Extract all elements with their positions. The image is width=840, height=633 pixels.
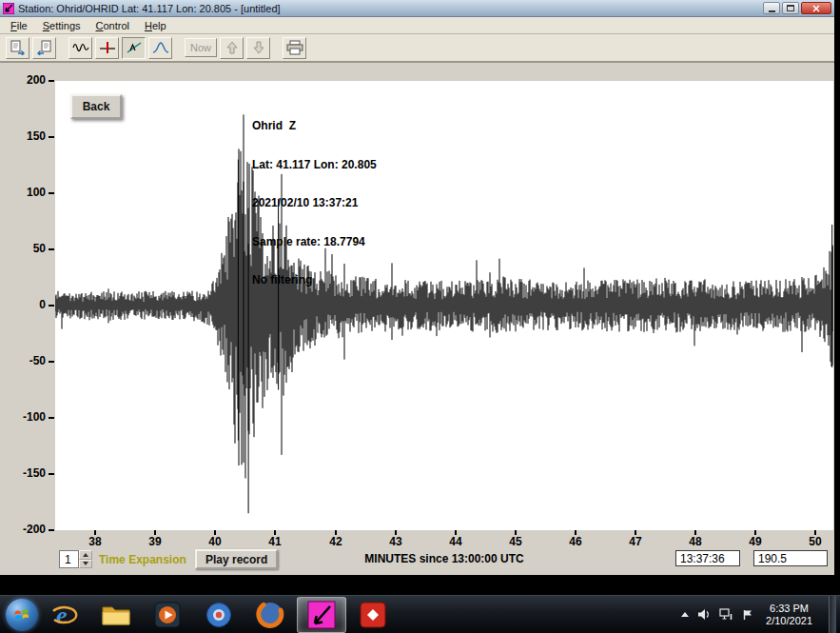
menu-help[interactable]: Help bbox=[137, 18, 174, 33]
menu-control[interactable]: Control bbox=[88, 18, 137, 33]
svg-text:e: e bbox=[56, 602, 68, 629]
taskbar-ie-button[interactable]: e bbox=[40, 597, 89, 633]
scroll-up-button[interactable] bbox=[220, 37, 244, 59]
play-record-button[interactable]: Play record bbox=[195, 549, 278, 569]
app-window: Station: Ohrid/OHRID Lat: 41.117 Lon: 20… bbox=[0, 0, 834, 575]
media-player-icon bbox=[154, 602, 181, 628]
now-button[interactable]: Now bbox=[185, 38, 217, 57]
spinner-down-button[interactable] bbox=[79, 560, 92, 569]
close-button[interactable] bbox=[801, 2, 831, 14]
y-axis-label: 0 bbox=[10, 298, 46, 311]
export-icon bbox=[10, 40, 26, 55]
taskbar-red-app-button[interactable] bbox=[348, 597, 398, 633]
clock-time: 6:33 PM bbox=[766, 603, 812, 615]
x-axis-tick bbox=[274, 530, 276, 535]
desktop: Station: Ohrid/OHRID Lat: 41.117 Lon: 20… bbox=[0, 0, 840, 633]
disc-icon bbox=[205, 602, 232, 628]
seismograph-app-icon bbox=[307, 601, 336, 629]
spinner-up-button[interactable] bbox=[79, 550, 92, 560]
x-axis-label: 43 bbox=[381, 535, 410, 548]
minimize-button[interactable] bbox=[763, 2, 780, 14]
firefox-icon bbox=[256, 601, 284, 629]
tray-expand-button[interactable] bbox=[681, 612, 689, 617]
waveform-view-button[interactable] bbox=[68, 37, 92, 59]
y-axis-label: 200 bbox=[10, 73, 46, 87]
scroll-down-button[interactable] bbox=[246, 37, 270, 59]
x-axis-tick bbox=[814, 530, 816, 535]
x-axis-label: 45 bbox=[501, 535, 530, 548]
flag-icon bbox=[742, 609, 753, 621]
x-axis-tick bbox=[455, 530, 457, 535]
y-axis-label: -50 bbox=[10, 354, 46, 367]
taskbar-active-app-button[interactable] bbox=[297, 597, 346, 633]
y-axis-tick bbox=[49, 192, 54, 194]
menu-bar: File Settings Control Help bbox=[0, 17, 834, 34]
menu-settings[interactable]: Settings bbox=[35, 18, 88, 33]
windows-flag-icon bbox=[13, 606, 30, 623]
y-axis-tick bbox=[49, 248, 54, 250]
x-axis-label: 46 bbox=[561, 535, 590, 548]
taskbar-disc-button[interactable] bbox=[194, 597, 244, 633]
filter-button[interactable] bbox=[148, 37, 172, 59]
red-app-icon bbox=[360, 602, 386, 628]
system-tray: 6:33 PM 2/10/2021 bbox=[681, 596, 840, 633]
time-expansion-label: Time Expansion bbox=[99, 553, 186, 566]
back-button[interactable]: Back bbox=[70, 94, 122, 119]
print-icon bbox=[286, 40, 303, 55]
time-expansion-spinner: 1 bbox=[59, 550, 92, 568]
x-axis-tick bbox=[335, 530, 337, 535]
internet-explorer-icon: e bbox=[50, 601, 79, 629]
pick-icon bbox=[99, 41, 116, 54]
y-axis-tick bbox=[49, 473, 54, 475]
titlebar[interactable]: Station: Ohrid/OHRID Lat: 41.117 Lon: 20… bbox=[0, 0, 834, 17]
x-axis-label: 48 bbox=[681, 535, 710, 548]
x-axis-tick bbox=[754, 530, 756, 535]
taskbar-firefox-button[interactable] bbox=[245, 597, 295, 633]
tray-action-center-button[interactable] bbox=[742, 609, 753, 621]
x-axis-tick bbox=[395, 530, 397, 535]
pick-time-button[interactable] bbox=[95, 37, 119, 59]
x-axis-label: 49 bbox=[741, 535, 770, 548]
scroll-down-icon bbox=[253, 41, 264, 54]
menu-file[interactable]: File bbox=[3, 18, 35, 33]
filter-curve-icon bbox=[152, 41, 169, 54]
close-icon bbox=[812, 5, 820, 12]
extract-view-button[interactable] bbox=[122, 37, 146, 59]
x-axis-tick bbox=[94, 530, 96, 535]
y-axis-tick bbox=[49, 80, 54, 82]
y-axis-label: 100 bbox=[10, 186, 46, 199]
show-desktop-button[interactable] bbox=[829, 596, 836, 633]
window-controls bbox=[763, 2, 831, 14]
trace-info: Ohrid Z Lat: 41.117 Lon: 20.805 2021/02/… bbox=[252, 94, 377, 313]
maximize-button[interactable] bbox=[782, 2, 799, 14]
export-button[interactable] bbox=[6, 37, 29, 59]
scroll-up-icon bbox=[226, 41, 238, 54]
tray-network-button[interactable] bbox=[719, 608, 733, 621]
current-time-field[interactable]: 13:37:36 bbox=[675, 550, 740, 566]
amplitude-field[interactable]: 190.5 bbox=[753, 550, 828, 566]
tray-volume-button[interactable] bbox=[697, 608, 711, 621]
import-icon bbox=[36, 40, 52, 55]
spinner-arrows bbox=[79, 550, 92, 568]
x-axis-tick bbox=[154, 530, 156, 535]
trace-filtering: No filtering bbox=[252, 274, 377, 287]
taskbar-explorer-button[interactable] bbox=[91, 597, 141, 633]
clock-date: 2/10/2021 bbox=[766, 615, 812, 627]
time-expansion-value[interactable]: 1 bbox=[59, 550, 79, 568]
y-axis-label: 50 bbox=[10, 242, 46, 255]
seismogram-plot[interactable] bbox=[55, 81, 833, 530]
y-axis-tick bbox=[49, 136, 54, 138]
x-axis-label: 50 bbox=[801, 535, 830, 548]
x-axis-tick bbox=[515, 530, 517, 535]
x-axis-tick bbox=[575, 530, 576, 535]
start-button[interactable] bbox=[6, 599, 38, 631]
taskbar-clock[interactable]: 6:33 PM 2/10/2021 bbox=[766, 603, 812, 627]
network-icon bbox=[719, 608, 733, 621]
x-axis-label: 42 bbox=[322, 535, 350, 548]
seismogram-trace bbox=[55, 81, 833, 530]
app-icon bbox=[3, 3, 14, 14]
print-button[interactable] bbox=[283, 37, 306, 59]
import-button[interactable] bbox=[32, 37, 56, 59]
trace-station-component: Ohrid Z bbox=[252, 120, 377, 133]
taskbar-media-button[interactable] bbox=[143, 597, 192, 633]
